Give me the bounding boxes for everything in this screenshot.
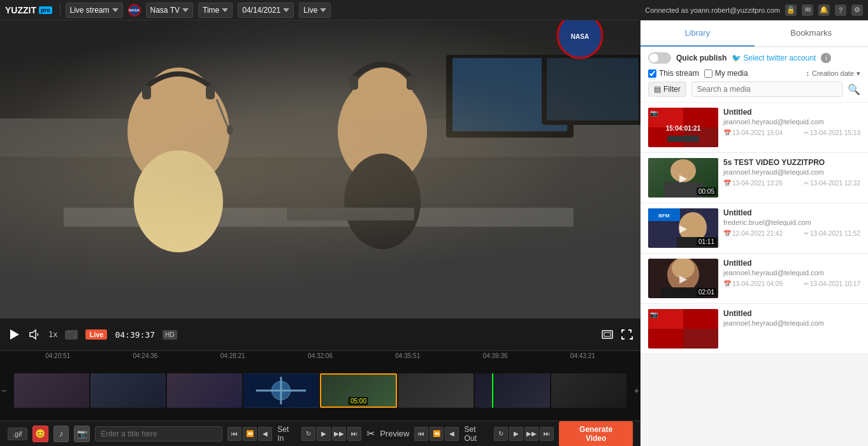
speed-display: 1x [48, 330, 57, 339]
my-media-checkbox-input[interactable] [704, 69, 712, 78]
fullscreen-button[interactable] [620, 328, 633, 341]
nasa-tv-chevron-icon [182, 7, 189, 13]
play-set-button[interactable]: ▶ [317, 427, 331, 441]
my-media-checkbox[interactable]: My media [704, 69, 748, 78]
track-thumb-1[interactable] [14, 373, 89, 408]
time-dropdown[interactable]: Time [198, 3, 233, 18]
step-fwd-set-out-button[interactable]: ▶▶ [524, 427, 539, 441]
lock-icon[interactable]: 🔒 [785, 4, 797, 16]
live-badge: Live [85, 329, 107, 340]
step-back-button[interactable]: ◀ [258, 427, 272, 441]
video-player[interactable]: NASA [0, 20, 640, 319]
media-author-1: jeannoel.heyraud@telequid.com [723, 118, 860, 126]
scissors-icon[interactable]: ✂ [366, 428, 375, 440]
prev-button[interactable]: ⏪ [243, 427, 257, 441]
music-button[interactable]: ♪ [54, 426, 69, 442]
svg-rect-2 [0, 119, 640, 157]
this-stream-checkbox[interactable]: This stream [648, 69, 699, 78]
gif-button[interactable]: .gif [8, 428, 27, 440]
live-status-label: Live [303, 6, 317, 15]
ts-5: 04:35:51 [364, 352, 451, 359]
loop-button-left[interactable]: ↻ [301, 427, 315, 441]
twitter-link-text: Select twitter account [743, 54, 816, 62]
track-thumb-6[interactable] [398, 373, 474, 408]
ts-3: 04:28:21 [189, 352, 277, 359]
aspect-ratio-button[interactable] [601, 328, 614, 341]
media-title-3: Untitled [723, 208, 860, 217]
skip-to-start-right-button[interactable]: ⏮ [414, 427, 428, 441]
aspect-ratio-icon [601, 328, 614, 341]
info-icon[interactable]: i [821, 53, 831, 63]
skip-to-start-button[interactable]: ⏮ [228, 427, 242, 441]
media-item[interactable]: 15:04:01:21 📷 Untitled jeannoel.heyraud@… [640, 103, 868, 153]
media-item[interactable]: 00:05 ▶ 5s TEST VIDEO YUZZITPRO jeannoel… [640, 153, 868, 203]
step-fwd-set-button[interactable]: ▶▶ [332, 427, 346, 441]
volume-button[interactable] [28, 328, 41, 341]
track-thumb-4-img [243, 373, 319, 408]
track-thumb-7[interactable] [475, 373, 550, 408]
media-item[interactable]: 📷 Untitled jeannoel.heyraud@telequid.com [640, 304, 868, 354]
svg-point-8 [134, 150, 223, 252]
twitter-account-link[interactable]: 🐦 Select twitter account [732, 54, 816, 62]
svg-point-13 [344, 154, 421, 249]
live-stream-chevron-icon [112, 7, 119, 13]
track-thumb-4[interactable] [243, 373, 319, 408]
ctrl-right [601, 328, 633, 341]
snapshot-button[interactable]: 📷 [74, 426, 90, 442]
emoji-button[interactable]: 😊 [33, 426, 48, 442]
bell-icon[interactable]: 🔔 [818, 4, 830, 16]
track-thumb-2[interactable] [90, 373, 166, 408]
media-info-5: Untitled jeannoel.heyraud@telequid.com [723, 309, 860, 349]
tab-bookmarks[interactable]: Bookmarks [755, 20, 869, 47]
date-dropdown[interactable]: 04/14/2021 [238, 3, 294, 18]
sort-button[interactable]: ↕ Creation date ▾ [806, 69, 860, 78]
settings-icon[interactable]: ⚙ [851, 4, 863, 16]
media-item[interactable]: BFM 01:11 ▶ Untitled frederic.bruel@tele… [640, 203, 868, 254]
media-thumb-5: 📷 [648, 309, 718, 349]
track-thumb-8[interactable] [551, 373, 626, 408]
play-button[interactable] [8, 328, 20, 341]
title-input[interactable] [95, 426, 222, 442]
prev-right-button[interactable]: ⏪ [430, 427, 444, 441]
ts-4: 04:32:06 [277, 352, 364, 359]
tab-library[interactable]: Library [640, 20, 755, 47]
quick-publish-toggle[interactable] [648, 52, 671, 64]
ts-1: 04:20:51 [14, 352, 101, 359]
filter-button[interactable]: ▤ Filter [648, 82, 686, 97]
search-input[interactable] [691, 82, 843, 97]
calendar-icon-1: 📅 [723, 129, 731, 136]
scissors-icon-4: ✂ [804, 280, 809, 287]
skip-fwd-set-out-button[interactable]: ⏭ [540, 427, 554, 441]
step-back-right-button[interactable]: ◀ [445, 427, 459, 441]
email-icon[interactable]: ✉ [802, 4, 813, 16]
nav-btns-right: ⏮ ⏪ ◀ [414, 427, 459, 441]
thumb-duration-4: 02:01 [697, 288, 716, 296]
media-author-2: jeannoel.heyraud@telequid.com [723, 168, 860, 176]
this-stream-checkbox-input[interactable] [648, 69, 656, 78]
help-icon[interactable]: ? [835, 4, 846, 16]
hd-badge: HD [163, 330, 177, 340]
live-status-dropdown[interactable]: Live [299, 3, 331, 18]
quick-publish-label: Quick publish [676, 54, 727, 62]
svg-point-22 [227, 125, 233, 135]
live-stream-dropdown[interactable]: Live stream [66, 3, 123, 18]
timeline-track[interactable]: − 0 [0, 361, 640, 421]
track-thumb-3[interactable] [167, 373, 242, 408]
nav-btns-set-out: ↻ ▶ ▶▶ ⏭ [494, 427, 554, 441]
track-zoom-out-icon[interactable]: − [1, 385, 6, 396]
media-thumb-5-img [648, 309, 718, 349]
play-set-out-button[interactable]: ▶ [509, 427, 523, 441]
svg-rect-20 [287, 208, 414, 220]
track-zoom-in-icon[interactable]: + [634, 385, 639, 396]
media-item[interactable]: 02:01 ▶ Untitled jeannoel.heyraud@telequ… [640, 254, 868, 304]
captions-button[interactable]: ⬛ [65, 330, 78, 340]
generate-video-button[interactable]: Generate Video [559, 421, 633, 447]
nasa-tv-dropdown[interactable]: Nasa TV [146, 3, 193, 18]
play-icon-2: ▶ [679, 172, 687, 184]
media-info-2: 5s TEST VIDEO YUZZITPRO jeannoel.heyraud… [723, 158, 860, 198]
skip-fwd-set-button[interactable]: ⏭ [347, 427, 361, 441]
loop-button-right[interactable]: ↻ [494, 427, 508, 441]
track-thumb-5[interactable]: 05:00 [320, 373, 398, 408]
live-status-chevron-icon [320, 7, 326, 13]
media-dates-2: 📅 13-04-2021 13:26 ✂ 13-04-2021 12:32 [723, 180, 860, 187]
